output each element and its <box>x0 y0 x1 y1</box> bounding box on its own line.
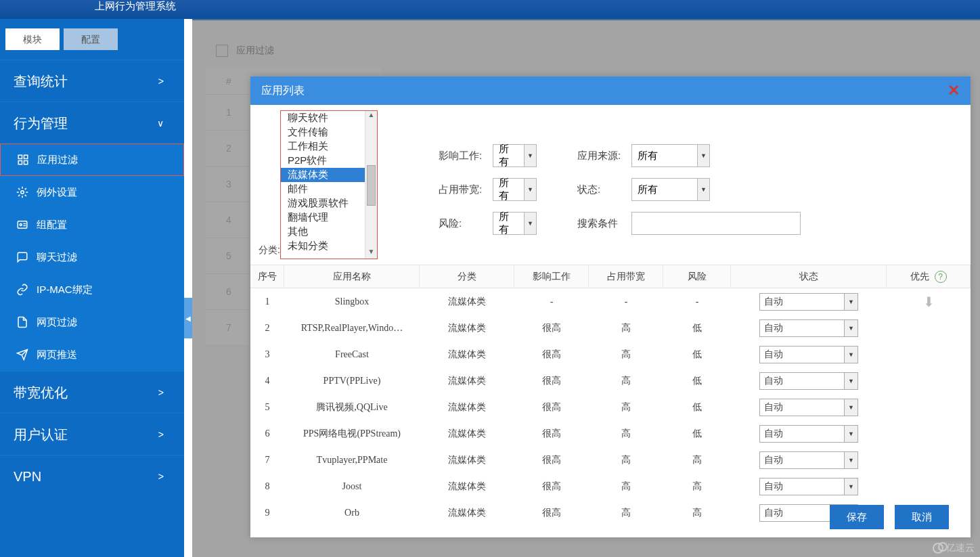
grid-header: 序号 应用名称 分类 影响工作 占用带宽 风险 状态 优先? <box>250 265 971 288</box>
category-scrollbar[interactable]: ▲ ▼ <box>365 111 377 259</box>
status-select[interactable]: 自动▼ <box>759 372 858 390</box>
svg-rect-2 <box>18 161 22 164</box>
cell-risk: 低 <box>663 322 731 334</box>
tab-module[interactable]: 模块 <box>5 28 60 50</box>
status-select[interactable]: 自动▼ <box>759 319 858 337</box>
category-option[interactable]: 其他 <box>281 225 365 239</box>
menu-head-2[interactable]: 带宽优化> <box>0 371 184 413</box>
caret-icon: > <box>158 60 164 102</box>
table-row[interactable]: 6PPS网络电视(PPStream)流媒体类很高高低自动▼ <box>250 420 971 447</box>
category-option[interactable]: 游戏股票软件 <box>281 196 365 210</box>
category-option[interactable]: 工作相关 <box>281 139 365 154</box>
cell-idx: 4 <box>250 376 284 386</box>
sidebar-item-6[interactable]: 网页推送 <box>0 338 184 371</box>
sidebar-item-3[interactable]: 聊天过滤 <box>0 241 184 273</box>
filter-work-select[interactable]: 所有▼ <box>493 144 537 167</box>
table-row[interactable]: 1Slingbox流媒体类---自动▼⬇ <box>250 288 971 315</box>
link-icon <box>15 282 30 297</box>
chevron-down-icon: ▼ <box>844 399 858 416</box>
cell-band: - <box>589 296 663 307</box>
filter-source-label: 应用来源: <box>577 150 631 162</box>
search-input[interactable] <box>631 212 801 235</box>
cell-idx: 7 <box>250 455 284 466</box>
sidebar-item-label: 网页推送 <box>37 338 77 371</box>
cell-stat: 自动▼ <box>731 425 887 443</box>
category-listbox[interactable]: 聊天软件文件传输工作相关P2P软件流媒体类邮件游戏股票软件翻墙代理其他未知分类 … <box>280 110 378 259</box>
menu-head-4[interactable]: VPN> <box>0 455 184 497</box>
status-select[interactable]: 自动▼ <box>759 399 858 416</box>
sidebar-item-0[interactable]: 应用过滤 <box>0 143 184 176</box>
menu-head-0[interactable]: 查询统计> <box>0 60 184 102</box>
chevron-down-icon: ▼ <box>844 373 858 389</box>
category-option[interactable]: 聊天软件 <box>281 111 365 125</box>
cell-cat: 流媒体类 <box>420 401 514 414</box>
grid-body[interactable]: 1Slingbox流媒体类---自动▼⬇2RTSP,RealPlayer,Win… <box>250 288 971 532</box>
sidebar-item-1[interactable]: 例外设置 <box>0 176 184 208</box>
menu-head-1[interactable]: 行为管理∨ <box>0 102 184 143</box>
category-option[interactable]: 邮件 <box>281 182 365 196</box>
cell-work: 很高 <box>514 428 589 440</box>
col-stat: 状态 <box>731 265 887 288</box>
filter-band-select[interactable]: 所有▼ <box>493 178 537 201</box>
cell-idx: 2 <box>250 323 284 334</box>
chevron-down-icon: ▼ <box>844 347 858 363</box>
tab-config[interactable]: 配置 <box>64 28 118 50</box>
cell-stat: 自动▼ <box>731 478 887 495</box>
cell-stat: 自动▼ <box>731 319 887 337</box>
watermark-text: 亿速云 <box>946 542 975 554</box>
priority-down-icon[interactable]: ⬇ <box>923 294 935 310</box>
filter-status-label: 状态: <box>577 183 631 196</box>
category-wrap: 分类: 聊天软件文件传输工作相关P2P软件流媒体类邮件游戏股票软件翻墙代理其他未… <box>259 110 378 259</box>
category-option[interactable]: 流媒体类 <box>281 168 365 182</box>
cell-band: 高 <box>589 481 663 493</box>
sidebar-collapser[interactable]: ◀ <box>184 298 192 338</box>
cell-cat: 流媒体类 <box>420 507 514 519</box>
status-select[interactable]: 自动▼ <box>759 478 858 495</box>
cell-stat: 自动▼ <box>731 372 887 390</box>
cell-cat: 流媒体类 <box>420 375 514 387</box>
cell-cat: 流媒体类 <box>420 322 514 334</box>
close-icon[interactable]: ✕ <box>948 82 960 99</box>
sidebar-item-4[interactable]: IP-MAC绑定 <box>0 273 184 306</box>
cell-risk: 低 <box>663 349 731 361</box>
scroll-up-icon[interactable]: ▲ <box>365 111 377 122</box>
chevron-down-icon: ▼ <box>844 320 858 336</box>
table-row[interactable]: 3FreeCast流媒体类很高高低自动▼ <box>250 341 971 367</box>
category-option[interactable]: 未知分类 <box>281 239 365 253</box>
filter-risk-select[interactable]: 所有▼ <box>493 212 537 235</box>
table-row[interactable]: 7Tvuplayer,PPMate流媒体类很高高高自动▼ <box>250 447 971 473</box>
category-option[interactable]: P2P软件 <box>281 154 365 168</box>
table-row[interactable]: 2RTSP,RealPlayer,Windo…流媒体类很高高低自动▼ <box>250 315 971 341</box>
chevron-down-icon: ▼ <box>524 145 536 166</box>
status-select[interactable]: 自动▼ <box>759 425 858 443</box>
sidebar-item-2[interactable]: 组配置 <box>0 208 184 241</box>
filter-source-select[interactable]: 所有▼ <box>631 144 710 167</box>
save-button[interactable]: 保存 <box>830 505 884 529</box>
filter-status-select[interactable]: 所有▼ <box>631 178 710 201</box>
col-idx: 序号 <box>250 265 284 288</box>
status-select[interactable]: 自动▼ <box>759 451 858 469</box>
scroll-down-icon[interactable]: ▼ <box>365 248 377 259</box>
cell-idx: 1 <box>250 296 284 307</box>
category-option[interactable]: 翻墙代理 <box>281 210 365 225</box>
sidebar-item-5[interactable]: 网页过滤 <box>0 306 184 338</box>
col-cat: 分类 <box>420 265 514 288</box>
sidebar-item-label: 组配置 <box>37 208 67 241</box>
table-row[interactable]: 4PPTV(PPLive)流媒体类很高高低自动▼ <box>250 367 971 394</box>
menu-head-3[interactable]: 用户认证> <box>0 413 184 455</box>
cell-work: 很高 <box>514 375 589 387</box>
gear-icon <box>15 185 30 200</box>
col-prio: 优先? <box>887 265 971 288</box>
cell-work: - <box>514 296 589 307</box>
category-option[interactable]: 文件传输 <box>281 125 365 139</box>
status-select[interactable]: 自动▼ <box>759 346 858 363</box>
cell-band: 高 <box>589 507 663 519</box>
help-icon[interactable]: ? <box>935 271 947 283</box>
status-select[interactable]: 自动▼ <box>759 293 858 311</box>
scroll-thumb[interactable] <box>367 165 376 206</box>
table-row[interactable]: 5腾讯视频,QQLive流媒体类很高高低自动▼ <box>250 394 971 420</box>
caret-icon: > <box>158 372 164 414</box>
cancel-button[interactable]: 取消 <box>895 505 949 529</box>
table-row[interactable]: 8Joost流媒体类很高高高自动▼ <box>250 473 971 499</box>
cell-work: 很高 <box>514 507 589 519</box>
